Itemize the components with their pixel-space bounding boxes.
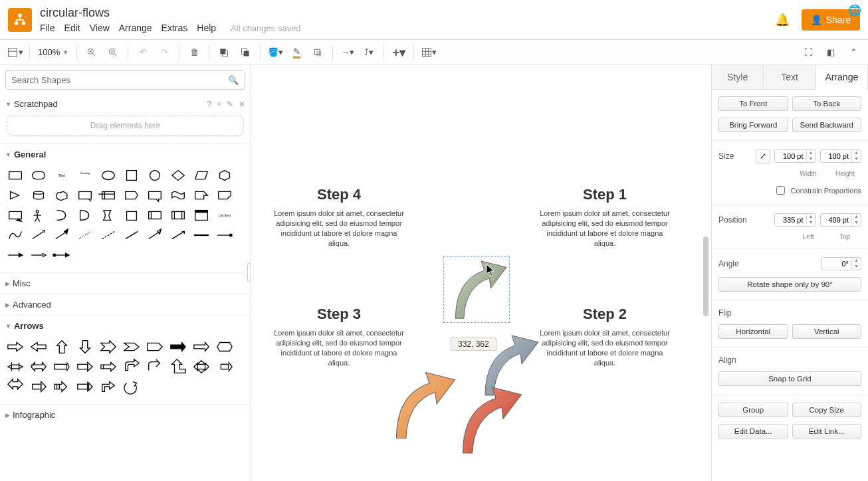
canvas-arrow-3[interactable] — [452, 382, 525, 458]
scratchpad-header[interactable]: ▼Scratchpad ? + ✎ ✕ — [0, 95, 251, 113]
shape-arrow-21[interactable] — [27, 377, 49, 396]
shape-arrow-11[interactable] — [27, 357, 49, 376]
width-down[interactable]: ▼ — [806, 156, 815, 162]
to-back-button[interactable]: To Back — [792, 96, 862, 111]
shape-general-33[interactable] — [74, 226, 96, 244]
shape-general-36[interactable] — [144, 226, 165, 244]
shape-arrow-1[interactable] — [27, 337, 49, 356]
shape-general-4[interactable] — [97, 166, 119, 185]
step-block-4[interactable]: Step 4Lorem ipsum dolor sit amet, consec… — [272, 186, 405, 248]
menu-help[interactable]: Help — [197, 23, 216, 33]
copy-size-button[interactable]: Copy Size — [792, 403, 862, 417]
shape-arrow-13[interactable] — [74, 357, 96, 376]
flip-horizontal-button[interactable]: Horizontal — [718, 324, 788, 339]
shape-general-29[interactable]: List Item — [213, 206, 235, 225]
section-arrows[interactable]: ▼Arrows — [0, 317, 251, 335]
insert-button[interactable]: +▾ — [389, 43, 408, 62]
document-title[interactable]: circular-flows — [40, 6, 301, 20]
search-input[interactable] — [5, 70, 245, 90]
shape-general-7[interactable] — [167, 166, 189, 185]
canvas[interactable]: Step 1Lorem ipsum dolor sit amet, consec… — [251, 65, 711, 481]
shape-arrow-19[interactable] — [213, 357, 235, 376]
shape-general-24[interactable] — [97, 206, 119, 225]
shape-general-2[interactable]: Text — [51, 166, 72, 185]
step-block-2[interactable]: Step 2Lorem ipsum dolor sit amet, consec… — [538, 306, 671, 367]
zoom-out-button[interactable] — [104, 43, 122, 62]
shape-general-18[interactable] — [190, 186, 212, 205]
shape-general-14[interactable] — [97, 186, 119, 205]
shape-arrow-23[interactable] — [74, 377, 96, 396]
shape-arrow-5[interactable] — [120, 337, 142, 356]
shape-arrow-10[interactable] — [4, 357, 26, 376]
section-general[interactable]: ▼General — [0, 145, 251, 163]
shape-arrow-24[interactable] — [97, 377, 119, 396]
tab-arrange[interactable]: Arrange — [816, 65, 868, 90]
shape-general-12[interactable] — [51, 186, 72, 205]
shape-arrow-3[interactable] — [74, 337, 96, 356]
page-view-button[interactable]: ▾ — [5, 43, 24, 62]
width-up[interactable]: ▲ — [806, 150, 815, 156]
scratchpad-close-icon[interactable]: ✕ — [239, 100, 245, 109]
edit-link-button[interactable]: Edit Link... — [792, 424, 862, 438]
shape-general-26[interactable] — [144, 206, 165, 225]
shape-general-10[interactable] — [4, 186, 26, 205]
shape-arrow-12[interactable] — [51, 357, 72, 376]
to-back-button[interactable] — [236, 43, 255, 62]
menu-file[interactable]: File — [40, 23, 55, 33]
shape-general-39[interactable] — [213, 226, 235, 244]
snap-to-grid-button[interactable]: Snap to Grid — [718, 371, 861, 386]
shape-arrow-14[interactable] — [97, 357, 119, 376]
shape-general-17[interactable] — [167, 186, 189, 205]
shape-arrow-16[interactable] — [144, 357, 165, 376]
height-up[interactable]: ▲ — [851, 150, 861, 156]
shape-arrow-7[interactable] — [167, 337, 189, 356]
shape-arrow-2[interactable] — [51, 337, 72, 356]
tab-style[interactable]: Style — [712, 65, 764, 89]
shape-general-34[interactable] — [97, 226, 119, 244]
shape-general-19[interactable] — [213, 186, 235, 205]
shape-arrow-17[interactable] — [167, 357, 189, 376]
shape-arrow-0[interactable] — [4, 337, 26, 356]
scratchpad-add-icon[interactable]: + — [217, 100, 221, 109]
waypoint-button[interactable]: ⤴▾ — [360, 43, 378, 62]
bring-forward-button[interactable]: Bring Forward — [718, 118, 788, 132]
fullscreen-button[interactable]: ⛶ — [799, 43, 817, 62]
shape-general-27[interactable] — [167, 206, 189, 225]
shape-general-37[interactable] — [167, 226, 189, 244]
shape-general-31[interactable] — [27, 226, 49, 244]
shape-arrow-18[interactable] — [190, 357, 212, 376]
shape-general-21[interactable] — [27, 206, 49, 225]
to-front-button[interactable] — [215, 43, 233, 62]
shape-general-5[interactable] — [120, 166, 142, 185]
shape-arrow-9[interactable] — [213, 337, 235, 356]
menu-edit[interactable]: Edit — [64, 23, 80, 33]
globe-icon[interactable]: 🌐 — [848, 4, 861, 17]
shape-general-9[interactable] — [213, 166, 235, 185]
collapse-button[interactable]: ⌃ — [844, 43, 863, 62]
delete-button[interactable]: 🗑 — [185, 43, 203, 62]
shape-general-25[interactable] — [120, 206, 142, 225]
undo-button[interactable]: ↶ — [134, 43, 152, 62]
section-advanced[interactable]: ▶Advanced — [0, 296, 251, 314]
shadow-button[interactable] — [308, 43, 327, 62]
shape-general-20[interactable] — [4, 206, 26, 225]
step-block-1[interactable]: Step 1Lorem ipsum dolor sit amet, consec… — [538, 186, 671, 248]
zoom-in-button[interactable] — [82, 43, 101, 62]
shape-general-38[interactable] — [190, 226, 212, 244]
vertical-scrollbar[interactable] — [703, 92, 708, 454]
shape-general-3[interactable]: Heading — [74, 166, 96, 185]
scratchpad-help-icon[interactable]: ? — [207, 100, 211, 109]
menu-view[interactable]: View — [90, 23, 110, 33]
shape-general-1[interactable] — [27, 166, 49, 185]
scratchpad-dropzone[interactable]: Drag elements here — [7, 116, 244, 136]
shape-general-41[interactable] — [27, 246, 49, 264]
format-panel-button[interactable]: ◧ — [821, 43, 840, 62]
scratchpad-edit-icon[interactable]: ✎ — [227, 100, 233, 109]
menu-arrange[interactable]: Arrange — [119, 23, 152, 33]
shape-general-28[interactable] — [190, 206, 212, 225]
send-backward-button[interactable]: Send Backward — [792, 118, 862, 132]
section-misc[interactable]: ▶Misc — [0, 274, 251, 292]
table-button[interactable]: ▾ — [419, 43, 438, 62]
shape-general-32[interactable] — [51, 226, 72, 244]
flip-vertical-button[interactable]: Vertical — [792, 324, 862, 339]
